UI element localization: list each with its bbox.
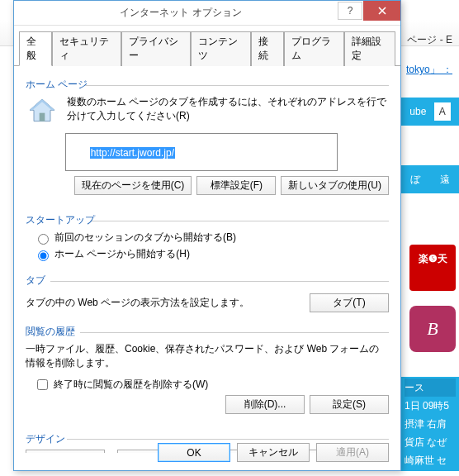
close-button[interactable] [363, 1, 400, 21]
use-current-page-button[interactable]: 現在のページを使用(C) [74, 176, 192, 195]
internet-options-dialog: インターネット オプション ? 全般 セキュリティ プライバシー コンテンツ 接… [13, 0, 401, 471]
tab-advanced[interactable]: 詳細設定 [344, 31, 395, 66]
bg-rakuten-tile[interactable]: 楽❺天 [409, 245, 456, 291]
use-default-button[interactable]: 標準設定(F) [196, 176, 276, 195]
apply-button[interactable]: 適用(A) [316, 443, 389, 462]
tabs-settings-button[interactable]: タブ(T) [310, 293, 389, 312]
titlebar[interactable]: インターネット オプション ? [14, 1, 400, 26]
group-history: 閲覧の履歴 [26, 325, 389, 339]
help-button[interactable]: ? [338, 2, 362, 20]
bg-b-tile[interactable]: B [409, 306, 456, 352]
bg-window-title: ページ - E [407, 33, 452, 47]
tabstrip: 全般 セキュリティ プライバシー コンテンツ 接続 プログラム 詳細設定 [14, 26, 400, 66]
use-new-tab-button[interactable]: 新しいタブの使用(U) [281, 176, 389, 195]
group-tabs: タブ [26, 274, 389, 288]
tab-pane-general: ホーム ページ 複数のホーム ページのタブを作成するには、それぞれのアドレスを行… [14, 66, 400, 453]
tab-security[interactable]: セキュリティ [52, 31, 121, 66]
tab-general[interactable]: 全般 [19, 31, 52, 66]
history-desc: 一時ファイル、履歴、Cookie、保存されたパスワード、および Web フォーム… [26, 342, 389, 370]
bg-nav-1[interactable]: ube A [401, 98, 459, 126]
radio-home-page[interactable]: ホーム ページから開始する(H) [34, 247, 389, 261]
group-homepage: ホーム ページ [26, 78, 389, 92]
dialog-buttons: OK キャンセル 適用(A) [158, 443, 389, 462]
tab-privacy[interactable]: プライバシー [121, 31, 191, 66]
dialog-title: インターネット オプション [14, 6, 338, 20]
home-icon [26, 95, 59, 128]
tab-programs[interactable]: プログラム [284, 31, 344, 66]
tabs-desc: タブの中の Web ページの表示方法を設定します。 [26, 296, 249, 310]
radio-last-session[interactable]: 前回のセッションのタブから開始する(B) [34, 231, 389, 245]
bg-nav-2[interactable]: ぼ 遠 [401, 165, 459, 193]
bg-news[interactable]: ース 1日 09時5 摂津 右肩 貨店 なぜ 崎麻世 セ [401, 377, 459, 471]
svg-rect-0 [40, 113, 45, 121]
check-delete-on-exit[interactable]: 終了時に閲覧の履歴を削除する(W) [34, 377, 389, 393]
tab-content[interactable]: コンテンツ [191, 31, 251, 66]
tab-connections[interactable]: 接続 [251, 31, 284, 66]
colors-button[interactable]: 色(O) [26, 450, 105, 453]
close-icon [378, 7, 386, 15]
delete-history-button[interactable]: 削除(D)... [225, 395, 305, 414]
cancel-button[interactable]: キャンセル [237, 443, 310, 462]
history-settings-button[interactable]: 設定(S) [310, 395, 389, 414]
group-startup: スタートアップ [26, 213, 389, 227]
homepage-url-input[interactable]: http://start.jword.jp/ [65, 133, 338, 171]
ok-button[interactable]: OK [158, 443, 230, 462]
homepage-desc: 複数のホーム ページのタブを作成するには、それぞれのアドレスを行で分けて入力して… [67, 95, 389, 123]
bg-link[interactable]: tokyo」 ： [406, 63, 452, 77]
